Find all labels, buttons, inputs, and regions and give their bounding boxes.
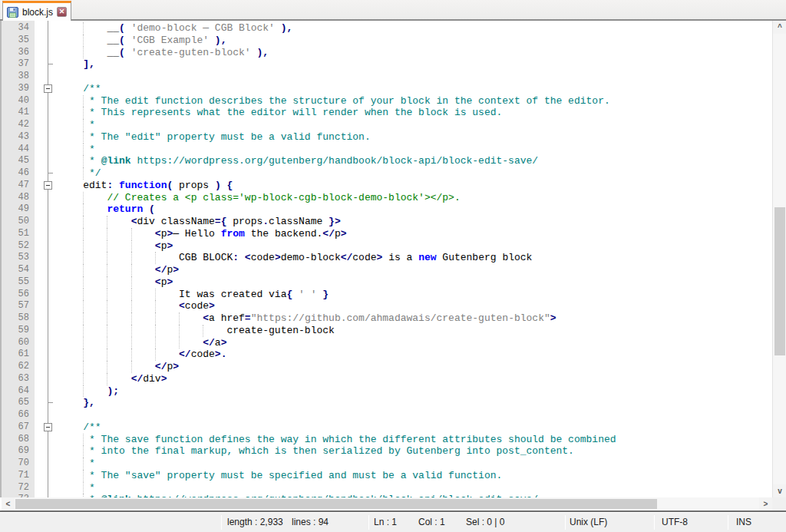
indent-guide	[131, 361, 132, 373]
code-token: https://wordpress.org/gutenberg/handbook…	[131, 155, 539, 167]
horizontal-scrollbar[interactable]: < >	[2, 497, 772, 511]
code-line[interactable]: </code>.	[58, 349, 772, 361]
code-line[interactable]: CGB BLOCK: <code>demo-block</code> is a …	[58, 252, 772, 264]
code-line[interactable]: </p>	[58, 361, 772, 373]
code-line[interactable]: It was created via{ ' ' }	[58, 289, 772, 301]
code-token: </	[131, 373, 144, 385]
code-line[interactable]: __( 'create-guten-block' ),	[58, 47, 772, 59]
code-line[interactable]: /**	[58, 421, 772, 434]
indent-guide	[107, 312, 107, 325]
status-encoding[interactable]: UTF-8	[662, 517, 688, 527]
code-token: (	[119, 47, 131, 58]
code-line[interactable]: *	[58, 144, 772, 156]
code-line[interactable]: *	[58, 119, 772, 131]
indent-guide	[83, 252, 84, 264]
code-line[interactable]: return (	[58, 203, 772, 216]
code-line[interactable]: );	[58, 385, 772, 398]
indent-guide	[107, 240, 107, 253]
code-line[interactable]: /**	[58, 83, 772, 95]
code-line[interactable]: <p>— Hello from the backend.</p>	[58, 228, 772, 240]
code-token: /**	[59, 83, 101, 94]
code-line[interactable]: <a href="https://github.com/ahmadawais/c…	[58, 312, 772, 325]
code-token: code	[251, 252, 275, 263]
line-number-column[interactable]: 3435363738394041424344454647484950515253…	[2, 21, 35, 497]
tab-block-js[interactable]: block.js ✕	[2, 1, 71, 21]
scroll-down-arrow-icon[interactable]: v	[773, 484, 786, 497]
code-token: *	[59, 119, 95, 131]
fold-collapse-icon[interactable]	[44, 181, 52, 190]
fold-margin-row	[35, 71, 58, 83]
code-line[interactable]: ],	[58, 58, 772, 71]
scroll-up-arrow-icon[interactable]: ^	[773, 21, 786, 34]
code-token: >	[167, 276, 173, 288]
code-token: }>	[322, 216, 340, 227]
indent-guide	[83, 47, 84, 59]
vertical-scrollbar[interactable]: ^ v	[772, 21, 786, 497]
fold-collapse-icon[interactable]	[44, 84, 52, 93]
indent-guide	[131, 337, 132, 349]
vertical-scrollbar-thumb[interactable]	[774, 207, 785, 355]
status-insert-mode[interactable]: INS	[736, 517, 751, 527]
code-line[interactable]: },	[58, 397, 772, 409]
line-number: 57	[2, 300, 35, 312]
code-line[interactable]: *	[58, 458, 772, 470]
code-line[interactable]: __( 'CGB Example' ),	[58, 35, 772, 47]
code-token: function	[119, 180, 167, 191]
fold-margin-row	[35, 180, 58, 192]
code-column[interactable]: __( 'demo-block — CGB Block' ), __( 'CGB…	[58, 21, 772, 497]
code-line[interactable]: edit: function( props ) {	[58, 180, 772, 192]
indent-guide	[131, 349, 132, 361]
code-line[interactable]: __( 'demo-block — CGB Block' ),	[58, 22, 772, 35]
code-line[interactable]: *	[58, 482, 772, 494]
code-line[interactable]: * The edit function describes the struct…	[58, 95, 772, 107]
code-line[interactable]: * The "edit" property must be a valid fu…	[58, 131, 772, 144]
code-token: the backend.	[245, 228, 322, 240]
code-line[interactable]	[58, 409, 772, 421]
code-line[interactable]: create-guten-block	[58, 325, 772, 337]
status-eol-format[interactable]: Unix (LF)	[570, 517, 607, 527]
code-line[interactable]: </a>	[58, 337, 772, 349]
line-number: 66	[2, 409, 35, 421]
code-token: {	[286, 289, 299, 300]
indent-guide	[131, 276, 132, 289]
code-line[interactable]: <code>	[58, 300, 772, 312]
code-line[interactable]: * @link https://wordpress.org/gutenberg/…	[58, 155, 772, 167]
horizontal-scrollbar-thumb[interactable]	[15, 499, 657, 509]
code-line[interactable]: * into the final markup, which is then s…	[58, 445, 772, 458]
fold-margin[interactable]	[35, 21, 58, 497]
indent-guide	[155, 289, 156, 301]
code-line[interactable]: </div>	[58, 373, 772, 385]
code-token: </	[203, 337, 215, 349]
close-icon[interactable]: ✕	[57, 7, 67, 17]
scroll-right-arrow-icon[interactable]: >	[759, 497, 772, 511]
code-token: */	[59, 167, 101, 179]
code-editor[interactable]: 3435363738394041424344454647484950515253…	[0, 21, 772, 497]
code-token: * The save function defines the way in w…	[59, 434, 616, 445]
indent-guide	[83, 276, 84, 289]
fold-collapse-icon[interactable]	[44, 423, 52, 431]
code-line[interactable]: // Creates a <p class='wp-block-cgb-bloc…	[58, 192, 772, 204]
fold-margin-row	[35, 337, 58, 349]
code-line[interactable]: </p>	[58, 264, 772, 276]
code-line[interactable]: <div className={ props.className }>	[58, 216, 772, 228]
code-line[interactable]: <p>	[58, 276, 772, 289]
scroll-left-arrow-icon[interactable]: <	[2, 497, 15, 511]
fold-margin-row	[35, 470, 58, 482]
status-separator	[221, 515, 222, 530]
code-line[interactable]: * The save function defines the way in w…	[58, 434, 772, 446]
code-token: * This represents what the editor will r…	[59, 107, 502, 118]
fold-margin-row	[35, 276, 58, 289]
indent-guide	[83, 445, 84, 458]
code-token: * into the final markup, which is then s…	[59, 445, 574, 457]
code-token: p	[335, 228, 341, 240]
code-token: code	[352, 252, 376, 263]
fold-margin-row	[35, 289, 58, 301]
code-line[interactable]: <p>	[58, 240, 772, 253]
code-line[interactable]: */	[58, 167, 772, 180]
code-line[interactable]: * This represents what the editor will r…	[58, 107, 772, 119]
indent-guide	[131, 325, 132, 337]
code-line[interactable]: * The "save" property must be specified …	[58, 470, 772, 482]
indent-guide	[83, 35, 84, 47]
code-line[interactable]	[58, 71, 772, 83]
code-token: div	[143, 373, 160, 385]
